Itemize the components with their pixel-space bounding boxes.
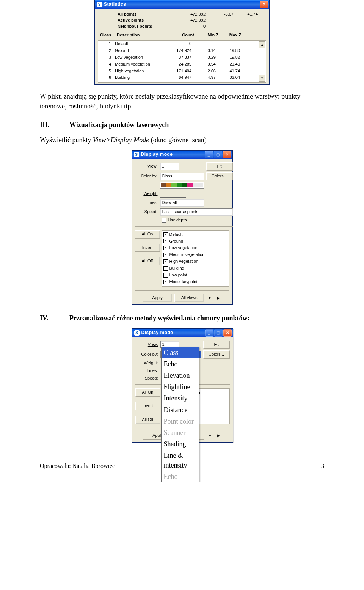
all-off-button[interactable]: All Off <box>135 257 160 265</box>
paragraph-1: W pliku znajdują się punkty, które zosta… <box>40 91 324 111</box>
dropdown-option: Point color <box>162 416 199 427</box>
dropdown-option[interactable]: Line & intensity <box>162 450 199 471</box>
color-swatch <box>182 183 187 187</box>
dropdown-option[interactable]: Echo <box>162 358 199 370</box>
lines-field[interactable]: Draw all <box>160 199 204 207</box>
class-item[interactable]: ×High vegetation <box>163 258 228 265</box>
class-item-label: Building <box>169 265 184 271</box>
scroll-up-icon[interactable]: ▴ <box>259 41 265 48</box>
color-swatches <box>160 182 204 189</box>
class-item[interactable]: ×Low vegetation <box>163 245 228 251</box>
fit-button[interactable]: Fit <box>203 341 230 349</box>
table-row[interactable]: 1Default0-- <box>100 41 264 47</box>
class-list[interactable]: ×Default×Ground×Low vegetation×Medium ve… <box>162 230 229 287</box>
dropdown-option[interactable]: Elevation <box>162 370 199 381</box>
page-number: 3 <box>321 461 324 470</box>
close-icon[interactable]: ✕ <box>260 1 268 8</box>
class-checkbox[interactable]: × <box>163 246 168 250</box>
app-icon: S <box>134 152 139 157</box>
section-3-title: Wizualizacja punktów laserowych <box>69 120 169 130</box>
class-checkbox[interactable]: × <box>163 259 168 264</box>
active-points-label: Active points <box>118 17 174 24</box>
speed-field[interactable]: Fast - sparse points <box>160 208 233 216</box>
arrow-right-icon[interactable]: ▶ <box>215 295 221 301</box>
stats-scrollbar[interactable]: ▴ ▾ <box>259 41 265 82</box>
footer-author: Opracowała: Natalia Borowiec <box>40 461 115 470</box>
all-on-button[interactable]: All On <box>135 388 160 397</box>
class-item[interactable]: ×Building <box>163 265 228 272</box>
apply-button[interactable]: Apply <box>143 294 172 302</box>
color-by-label: Color by: <box>135 351 158 358</box>
dropdown-option[interactable]: Distance <box>162 404 199 416</box>
scroll-down-icon[interactable]: ▾ <box>259 75 265 82</box>
class-item-label: High vegetation <box>169 259 198 265</box>
colors-button[interactable]: Colors... <box>203 350 230 359</box>
color-by-label: Color by: <box>135 173 158 179</box>
active-points-count: 472 992 <box>176 17 206 24</box>
colors-button[interactable]: Colors... <box>206 172 233 180</box>
class-item[interactable]: ×Default <box>163 231 228 238</box>
table-row[interactable]: 6Building64 9474.9732.04 <box>100 74 264 81</box>
app-icon: S <box>134 330 140 336</box>
dm-titlebar[interactable]: S Display mode _ ▢ ✕ <box>132 151 232 159</box>
dm2-titlebar[interactable]: S Display mode _ ▢ ✕ <box>132 329 233 337</box>
stats-titlebar[interactable]: S Statistics ✕ <box>95 0 269 9</box>
invert-button[interactable]: Invert <box>135 402 160 410</box>
hdr-maxz: Max Z <box>220 32 241 38</box>
neighbour-points-label: Neighbour points <box>118 24 174 30</box>
disp-post: (okno główne tscan) <box>149 136 206 144</box>
class-checkbox[interactable]: × <box>163 280 168 284</box>
close-icon[interactable]: ✕ <box>223 329 232 337</box>
minimize-icon[interactable]: _ <box>205 151 213 158</box>
color-swatch <box>166 183 171 187</box>
class-checkbox[interactable]: × <box>163 239 168 243</box>
class-item[interactable]: ×Model keypoint <box>163 279 228 286</box>
dm-title: Display mode <box>141 151 205 158</box>
table-row[interactable]: 4Medium vegetation24 2850.5421.40 <box>100 61 264 68</box>
hdr-count: Count <box>168 32 194 38</box>
class-item-label: Model keypoint <box>169 279 198 285</box>
all-points-maxz: 41.74 <box>235 11 258 17</box>
color-swatch <box>187 183 193 187</box>
speed-label: Speed: <box>135 209 158 215</box>
view-label: View: <box>135 342 158 348</box>
color-by-field[interactable]: Class <box>160 173 204 180</box>
dropdown-option[interactable]: Class <box>162 347 199 358</box>
class-checkbox[interactable]: × <box>163 232 168 237</box>
table-row[interactable]: 5High vegetation171 4042.6641.74 <box>100 68 264 75</box>
class-checkbox[interactable]: × <box>163 273 168 278</box>
class-item[interactable]: ×Ground <box>163 238 228 245</box>
all-points-label: All points <box>118 11 174 17</box>
class-checkbox[interactable]: × <box>163 266 168 271</box>
color-by-dropdown[interactable]: ClassEchoElevationFlightlineIntensityDis… <box>161 347 199 482</box>
class-item[interactable]: ×Medium vegetation <box>163 251 228 258</box>
dropdown-option[interactable]: Intensity <box>162 392 199 404</box>
view-field[interactable]: 1 <box>160 163 179 170</box>
use-depth-label: Use depth <box>168 217 187 223</box>
class-checkbox[interactable]: × <box>163 253 168 257</box>
close-icon[interactable]: ✕ <box>223 151 231 158</box>
arrow-right-icon[interactable]: ▶ <box>216 433 222 439</box>
disp-menu-path: View>Display Mode <box>93 136 149 144</box>
app-icon: S <box>97 2 102 7</box>
all-on-button[interactable]: All On <box>135 230 160 239</box>
table-row[interactable]: 3Low vegetation37 3370.2919.82 <box>100 54 264 61</box>
use-depth-checkbox[interactable] <box>162 218 166 223</box>
arrow-down-icon[interactable]: ▼ <box>206 295 213 301</box>
all-views-button[interactable]: All views <box>174 294 204 302</box>
color-swatch <box>177 183 182 187</box>
table-row[interactable]: 2Ground174 9240.1419.80 <box>100 47 264 54</box>
class-item[interactable]: ×Low point <box>163 272 228 279</box>
use-depth-row[interactable]: Use depth <box>160 217 233 223</box>
arrow-down-icon[interactable]: ▼ <box>207 433 213 439</box>
invert-button[interactable]: Invert <box>135 244 160 252</box>
weight-field[interactable] <box>160 190 186 198</box>
all-off-button[interactable]: All Off <box>135 416 160 424</box>
dropdown-option[interactable]: Flightline <box>162 381 199 392</box>
fit-button[interactable]: Fit <box>206 162 233 171</box>
section-4-title: Przeanalizować różne metody wyświetlania… <box>69 313 249 323</box>
weight-label: Weight: <box>135 360 158 366</box>
minimize-icon[interactable]: _ <box>205 329 213 337</box>
dropdown-option[interactable]: Shading <box>162 438 199 450</box>
color-swatch <box>193 183 198 187</box>
